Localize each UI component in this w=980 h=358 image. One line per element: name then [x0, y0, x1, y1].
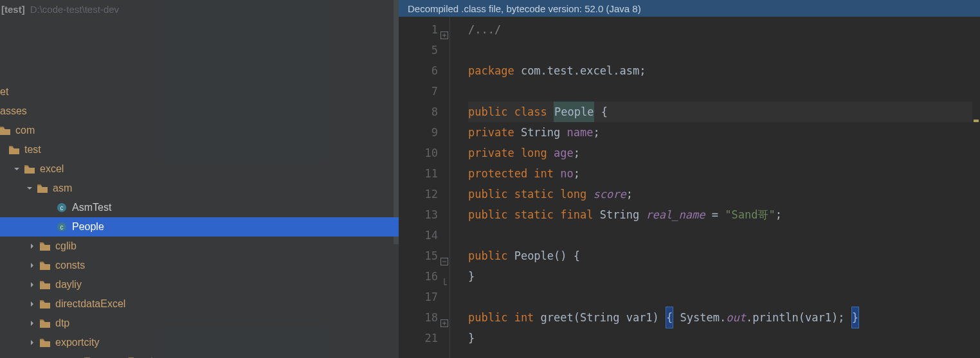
fold-collapse-icon[interactable]: [440, 251, 448, 259]
decompile-banner-text: Decompiled .class file, bytecode version…: [408, 3, 641, 14]
code-line[interactable]: public static final String real_name = "…: [468, 204, 980, 225]
gutter-line-number[interactable]: 21: [399, 328, 438, 348]
tree-item-label: test: [24, 144, 41, 156]
editor-pane: Decompiled .class file, bytecode version…: [399, 0, 980, 358]
gutter-line-number[interactable]: 13: [399, 204, 438, 225]
code-line[interactable]: [468, 287, 980, 307]
gutter-line-number[interactable]: 15: [399, 246, 438, 266]
fold-expand-icon[interactable]: [440, 25, 448, 33]
folder-icon: [40, 242, 50, 251]
code-line[interactable]: [468, 225, 980, 246]
gutter-line-number[interactable]: 9: [399, 122, 438, 143]
tree-item-dayliy[interactable]: dayliy: [0, 275, 399, 294]
tree-item-dtp[interactable]: dtp: [0, 314, 399, 333]
gutter-line-number[interactable]: 12: [399, 184, 438, 204]
class-icon: c: [57, 202, 67, 213]
tree-item-label: et: [0, 86, 8, 98]
folder-icon: [40, 339, 50, 347]
tree-item-exportcity[interactable]: exportcity: [0, 333, 399, 352]
code-line[interactable]: /.../: [468, 19, 980, 40]
tree-item-label: com: [15, 125, 35, 136]
gutter-line-number[interactable]: 18: [399, 307, 438, 328]
folder-icon: [40, 281, 50, 289]
folder-icon: [24, 165, 35, 174]
tree-item-label: dtp: [55, 318, 69, 329]
folder-icon: [40, 319, 50, 328]
tree-item-asm[interactable]: asm: [0, 179, 399, 198]
tree-item-label: directdataExcel: [55, 298, 125, 310]
code-line[interactable]: private long age;: [468, 143, 980, 163]
gutter-line-number[interactable]: 16: [399, 266, 438, 287]
tree-item-label: People: [72, 221, 104, 233]
svg-text:c: c: [60, 224, 64, 231]
tree-item-label: asses: [0, 105, 27, 117]
tree-item-label: AsmTest: [72, 202, 111, 213]
tree-item-label: excel: [40, 163, 64, 175]
tree-item-label: dayliy: [55, 279, 82, 291]
code-line[interactable]: public class People {: [468, 102, 980, 122]
gutter-line-number[interactable]: 8: [399, 102, 438, 122]
code-line[interactable]: private String name;: [468, 122, 980, 143]
chevron-right-icon[interactable]: [28, 319, 36, 327]
gutter-line-number[interactable]: 11: [399, 163, 438, 184]
code-line[interactable]: package com.test.excel.asm;: [468, 60, 980, 81]
tree-item-label: exportcity: [55, 337, 99, 348]
chevron-down-icon[interactable]: [13, 165, 21, 173]
chevron-down-icon[interactable]: [26, 184, 33, 192]
tree-item-label: consts: [55, 260, 85, 271]
project-sidebar: [test] D:\code-test\test-dev et asses co…: [0, 0, 399, 358]
tree-item-excel[interactable]: excel: [0, 159, 399, 179]
tree-item-com[interactable]: com: [0, 121, 399, 140]
tree-root-item[interactable]: asses: [0, 102, 399, 121]
chevron-right-icon[interactable]: [28, 242, 36, 250]
chevron-right-icon[interactable]: [28, 262, 36, 269]
editor-code[interactable]: /.../package com.test.excel.asm;public c…: [450, 17, 980, 358]
code-line[interactable]: [468, 81, 980, 102]
code-line[interactable]: public People() {: [468, 246, 980, 266]
folder-icon: [40, 262, 50, 270]
code-area[interactable]: 15678910111213141516171821 /.../package …: [399, 17, 980, 358]
project-tree[interactable]: et asses com test: [0, 82, 399, 358]
code-line[interactable]: public static long score;: [468, 184, 980, 204]
code-line[interactable]: protected int no;: [468, 163, 980, 184]
tree-item-asmtest[interactable]: c AsmTest: [0, 198, 399, 217]
editor-scrollbar[interactable]: [972, 17, 980, 358]
tree-item-people[interactable]: c People: [0, 217, 399, 237]
class-icon: c: [57, 222, 67, 232]
folder-icon: [0, 127, 10, 135]
tree-item-exporttransportexcel[interactable]: exportTransportExcel: [0, 352, 399, 358]
chevron-right-icon[interactable]: [28, 281, 36, 289]
fold-end-icon[interactable]: [440, 272, 448, 280]
chevron-right-icon[interactable]: [28, 300, 36, 308]
code-line[interactable]: }: [468, 328, 980, 348]
gutter-line-number[interactable]: 6: [399, 60, 438, 81]
editor-gutter[interactable]: 15678910111213141516171821: [399, 17, 450, 358]
folder-icon: [37, 184, 48, 193]
tree-item-label: cglib: [55, 240, 77, 252]
project-name: [test]: [1, 4, 25, 15]
gutter-line-number[interactable]: 14: [399, 225, 438, 246]
gutter-line-number[interactable]: 17: [399, 287, 438, 307]
gutter-line-number[interactable]: 1: [399, 19, 438, 40]
gutter-line-number[interactable]: 7: [399, 81, 438, 102]
gutter-line-number[interactable]: 10: [399, 143, 438, 163]
fold-expand-icon[interactable]: [440, 313, 448, 321]
tree-item-cglib[interactable]: cglib: [0, 237, 399, 256]
gutter-line-number[interactable]: 5: [399, 40, 438, 60]
tree-root-item[interactable]: et: [0, 82, 399, 102]
tree-item-directdataexcel[interactable]: directdataExcel: [0, 294, 399, 314]
decompile-banner: Decompiled .class file, bytecode version…: [399, 0, 980, 17]
scrollbar-marker[interactable]: [974, 120, 979, 122]
svg-text:c: c: [60, 204, 64, 211]
project-path: D:\code-test\test-dev: [30, 4, 119, 15]
code-line[interactable]: public int greet(String var1) { System.o…: [468, 307, 980, 328]
folder-icon: [9, 146, 19, 154]
tree-item-label: asm: [53, 183, 72, 194]
code-line[interactable]: [468, 40, 980, 60]
chevron-right-icon[interactable]: [28, 339, 36, 346]
tree-item-consts[interactable]: consts: [0, 256, 399, 275]
folder-icon: [40, 300, 50, 309]
code-line[interactable]: }: [468, 266, 980, 287]
tree-item-test[interactable]: test: [0, 140, 399, 159]
project-titlebar: [test] D:\code-test\test-dev: [0, 0, 399, 18]
